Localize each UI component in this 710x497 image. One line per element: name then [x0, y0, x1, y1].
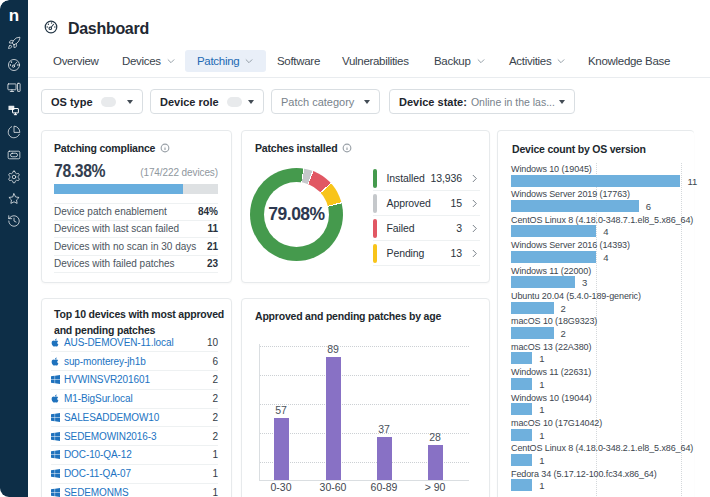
- tab-vulnerabilities[interactable]: Vulnerabilities: [334, 50, 417, 72]
- os-label: CentOS Linux 8 (4.18.0-348.7.1.el8_5.x86…: [511, 215, 693, 225]
- device-link[interactable]: M1-BigSur.local: [64, 393, 133, 404]
- device-value: 2: [212, 431, 218, 442]
- age-bar[interactable]: [274, 418, 289, 480]
- os-bar[interactable]: [511, 276, 575, 288]
- os-bar[interactable]: [511, 378, 532, 390]
- legend-row-approved[interactable]: Approved15: [373, 191, 480, 216]
- filter-label: Device state:: [399, 96, 467, 108]
- sidebar-item-reports-pie[interactable]: [0, 124, 28, 140]
- filter-toggle[interactable]: [101, 97, 116, 107]
- os-value: 1: [539, 480, 544, 491]
- os-bar[interactable]: [511, 479, 532, 491]
- os-bar-row: Windows 10 (19045)11: [511, 163, 694, 188]
- age-bar[interactable]: [377, 437, 392, 481]
- row-label: Devices with last scan failed: [54, 223, 179, 234]
- tab-software[interactable]: Software: [269, 50, 328, 72]
- card-title: Device count by OS version: [512, 143, 646, 155]
- card-title-text: Patching compliance: [54, 142, 155, 154]
- sidebar-item-settings-gear[interactable]: [0, 169, 28, 185]
- os-bar-row: Fedora 34 (5.17.12-100.fc34.x86_64)1: [511, 468, 694, 493]
- tab-label: Patching: [197, 55, 239, 67]
- device-link[interactable]: DOC-11-QA-07: [64, 468, 131, 479]
- card-title: Patches installed: [255, 142, 352, 154]
- apple-icon: [51, 338, 60, 347]
- age-bar[interactable]: [326, 357, 341, 480]
- legend-row-installed[interactable]: Installed13,936: [373, 166, 480, 191]
- filter-os-type[interactable]: OS type: [41, 89, 143, 114]
- windows-icon-svg: [51, 413, 60, 422]
- tab-overview[interactable]: Overview: [45, 50, 107, 72]
- os-value: 2: [561, 303, 566, 314]
- filter-label: OS type: [51, 96, 93, 108]
- device-link[interactable]: sup-monterey-jh1b: [64, 356, 146, 367]
- gridline: [260, 375, 469, 376]
- sidebar-item-favorites-star[interactable]: [0, 191, 28, 207]
- sidebar-item-remote-displays[interactable]: [0, 102, 28, 118]
- device-link[interactable]: DOC-10-QA-12: [64, 449, 132, 460]
- device-link[interactable]: SEDEMONMS: [64, 487, 129, 497]
- patches-donut-chart[interactable]: 79.08%: [250, 168, 343, 261]
- device-value: 1: [212, 487, 218, 497]
- filter-toggle[interactable]: [227, 97, 242, 107]
- device-link[interactable]: HVWINSVR201601: [64, 374, 150, 385]
- windows-icon-svg: [51, 469, 60, 478]
- device-value: 2: [212, 412, 218, 423]
- filter-device-state[interactable]: Device state:Online in the las...: [389, 89, 575, 114]
- device-value: 1: [212, 449, 218, 460]
- chevron-right-icon-svg: [469, 223, 480, 234]
- os-bar-row: Windows Server 2016 (14393)4: [511, 239, 694, 264]
- os-bar[interactable]: [511, 429, 532, 441]
- sidebar-item-dashboard-gauge[interactable]: [0, 57, 28, 73]
- os-bar[interactable]: [511, 200, 639, 212]
- legend-row-pending[interactable]: Pending13: [373, 241, 480, 266]
- device-row: HVWINSVR2016012: [51, 371, 218, 390]
- tab-patching[interactable]: Patching: [185, 50, 266, 72]
- device-row: M1-BigSur.local2: [51, 390, 218, 409]
- ninja-logo[interactable]: n: [0, 4, 28, 28]
- os-bar-row: Ubuntu 20.04 (5.4.0-189-generic)2: [511, 290, 694, 315]
- os-bar[interactable]: [511, 302, 554, 314]
- info-icon[interactable]: [160, 143, 170, 153]
- sidebar-item-devices[interactable]: [0, 80, 28, 96]
- filter-device-role[interactable]: Device role: [150, 89, 264, 114]
- device-link[interactable]: AUS-DEMOVEN-11.local: [64, 337, 174, 348]
- device-link[interactable]: SEDEMOWIN2016-3: [64, 431, 156, 442]
- apple-icon-svg: [51, 357, 60, 366]
- os-bar[interactable]: [511, 251, 596, 263]
- rocket-icon: [7, 36, 21, 50]
- info-icon[interactable]: [342, 143, 352, 153]
- row-label: Devices with no scan in 30 days: [54, 241, 196, 252]
- os-label: macOS 13 (22A380): [511, 342, 591, 352]
- chevron-down-icon: [244, 56, 254, 66]
- y-axis: [259, 344, 260, 480]
- age-bar[interactable]: [428, 445, 443, 480]
- sidebar-item-console[interactable]: [0, 147, 28, 163]
- windows-icon: [51, 469, 60, 478]
- os-bar[interactable]: [511, 454, 532, 466]
- tab-devices[interactable]: Devices: [114, 50, 184, 72]
- tab-backup[interactable]: Backup: [426, 50, 494, 72]
- os-value: 1: [539, 430, 544, 441]
- legend-row-failed[interactable]: Failed3: [373, 216, 480, 241]
- chevron-right-icon: [469, 198, 480, 209]
- filter-patch-category[interactable]: Patch category: [271, 89, 380, 114]
- device-row: sup-monterey-jh1b6: [51, 352, 218, 371]
- device-link[interactable]: SALESADDEMOW10: [64, 412, 159, 423]
- os-label: Fedora 34 (5.17.12-100.fc34.x86_64): [511, 469, 657, 479]
- reports-pie-icon: [7, 125, 21, 139]
- os-bar[interactable]: [511, 175, 680, 187]
- legend-color-bar: [373, 244, 377, 263]
- sidebar-item-rocket[interactable]: [0, 35, 28, 51]
- tab-activities[interactable]: Activities: [501, 50, 574, 72]
- os-bar[interactable]: [511, 352, 532, 364]
- device-row: AUS-DEMOVEN-11.local10: [51, 334, 218, 353]
- os-bar[interactable]: [511, 225, 596, 237]
- os-bar[interactable]: [511, 403, 532, 415]
- titlebar: Dashboard: [28, 0, 710, 48]
- sidebar-item-history-clock[interactable]: [0, 213, 28, 229]
- os-bar-row: macOS 10 (17G14042)1: [511, 417, 694, 442]
- os-bar[interactable]: [511, 327, 554, 339]
- chevron-right-icon-svg: [469, 248, 480, 259]
- tab-knowledge-base[interactable]: Knowledge Base: [580, 50, 678, 72]
- card-title-text: Patches installed: [255, 142, 337, 154]
